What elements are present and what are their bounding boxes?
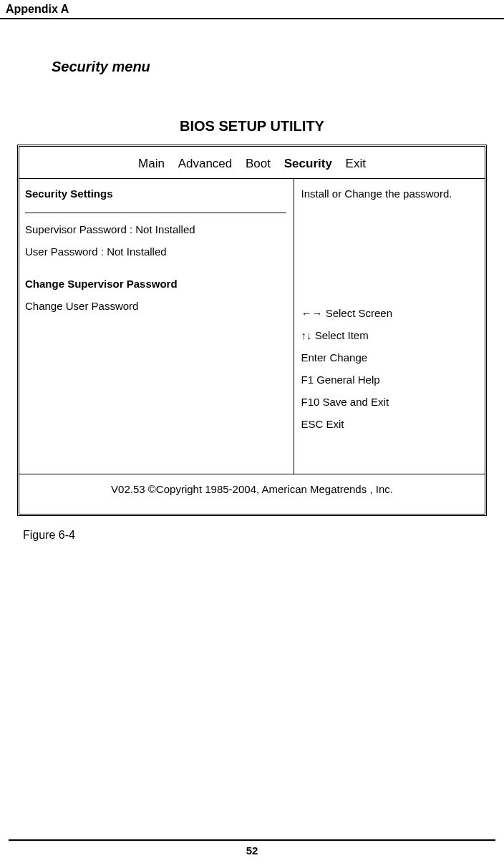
help-f10: F10 Save and Exit: [301, 396, 478, 408]
left-panel: Security Settings Supervisor Password : …: [19, 179, 294, 474]
content-area: Security menu BIOS SETUP UTILITY Main Ad…: [0, 59, 504, 542]
panel-row: Security Settings Supervisor Password : …: [19, 178, 485, 474]
bios-footer: V02.53 ©Copyright 1985-2004, American Me…: [19, 474, 485, 514]
help-enter-change: Enter Change: [301, 351, 478, 364]
bios-title: BIOS SETUP UTILITY: [17, 118, 487, 135]
security-settings-heading: Security Settings: [25, 187, 286, 200]
supervisor-password-line: Supervisor Password : Not Installed: [25, 223, 286, 235]
section-title: Security menu: [52, 59, 487, 75]
right-panel: Install or Change the password. ←→ Selec…: [294, 179, 485, 474]
help-select-item: ↑↓ Select Item: [301, 329, 478, 341]
help-description: Install or Change the password.: [301, 187, 478, 200]
help-f1: F1 General Help: [301, 374, 478, 386]
page-number: 52: [0, 844, 504, 857]
change-user-password[interactable]: Change User Password: [25, 300, 286, 312]
tab-security[interactable]: Security: [284, 157, 332, 170]
tab-exit[interactable]: Exit: [346, 157, 366, 170]
tab-advanced[interactable]: Advanced: [178, 157, 233, 170]
page-header: Appendix A: [0, 0, 504, 19]
user-password-line: User Password : Not Installed: [25, 245, 286, 258]
change-supervisor-password[interactable]: Change Supervisor Password: [25, 278, 286, 290]
tab-boot[interactable]: Boot: [246, 157, 271, 170]
divider: [25, 213, 286, 213]
help-select-screen: ←→ Select Screen: [301, 307, 478, 319]
help-esc: ESC Exit: [301, 418, 478, 430]
tab-main[interactable]: Main: [138, 157, 165, 170]
tab-bar: Main Advanced Boot Security Exit: [19, 147, 485, 178]
figure-label: Figure 6-4: [23, 529, 487, 542]
appendix-label: Appendix A: [6, 3, 69, 15]
bios-box: Main Advanced Boot Security Exit Securit…: [17, 145, 487, 516]
footer-rule: [9, 839, 495, 841]
